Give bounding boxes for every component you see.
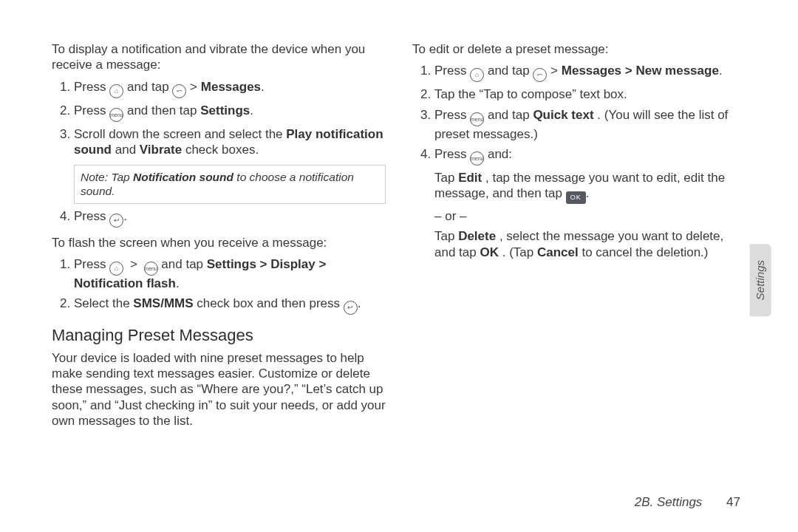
also-icon: ⤺ [533, 68, 547, 82]
home-icon: ⌂ [109, 84, 123, 98]
side-tab-settings: Settings [750, 244, 771, 316]
home-icon: ⌂ [109, 262, 123, 276]
or-separator: – or – [434, 208, 746, 224]
heading-managing-preset: Managing Preset Messages [52, 325, 386, 346]
intro-notification-vibrate: To display a notification and vibrate th… [52, 41, 386, 73]
footer-section-label: 2B. Settings [635, 495, 703, 509]
back-icon: ↩ [344, 301, 358, 315]
menu-icon: menu [144, 262, 158, 276]
menu-icon: menu [470, 151, 484, 166]
ok-button-icon: OK [566, 191, 586, 204]
note-box: Note: Tap Notification sound to choose a… [74, 165, 386, 204]
step-1: Press ⌂ and tap ⤺ > Messages. [74, 79, 386, 98]
rstep-3: Press menu and tap Quick text . (You wil… [434, 107, 746, 142]
page-footer: 2B. Settings 47 [635, 494, 740, 510]
intro-edit-delete-preset: To edit or delete a preset message: [412, 41, 746, 57]
steps-flash-screen: Press ⌂ > menu and tap Settings > Displa… [52, 256, 386, 315]
also-icon: ⤺ [172, 84, 186, 98]
flash-step-1: Press ⌂ > menu and tap Settings > Displa… [74, 256, 386, 291]
intro-flash-screen: To flash the screen when you receive a m… [52, 235, 386, 250]
steps-notification-vibrate-cont: Press ↩. [52, 208, 386, 228]
rstep-4-delete: Tap Delete , select the message you want… [434, 228, 746, 260]
step-3: Scroll down the screen and select the Pl… [74, 126, 386, 158]
menu-icon: menu [470, 112, 484, 126]
menu-icon: menu [109, 108, 123, 122]
step-2: Press menu and then tap Settings. [74, 103, 386, 122]
left-column: To display a notification and vibrate th… [52, 41, 386, 470]
rstep-4-edit: Tap Edit , tap the message you want to e… [434, 170, 746, 204]
two-column-layout: To display a notification and vibrate th… [52, 41, 746, 470]
steps-edit-delete-preset: Press ⌂ and tap ⤺ > Messages > New messa… [412, 63, 746, 260]
step-4: Press ↩. [74, 208, 386, 228]
flash-step-2: Select the SMS/MMS check box and then pr… [74, 296, 386, 315]
steps-notification-vibrate: Press ⌂ and tap ⤺ > Messages. Press menu… [52, 79, 386, 158]
manual-page: To display a notification and vibrate th… [0, 0, 798, 532]
home-icon: ⌂ [470, 68, 484, 82]
preset-body-text: Your device is loaded with nine preset m… [52, 350, 386, 429]
right-column: To edit or delete a preset message: Pres… [412, 41, 746, 470]
rstep-4: Press menu and: Tap Edit , tap the messa… [434, 146, 746, 260]
back-icon: ↩ [109, 214, 123, 228]
rstep-2: Tap the “Tap to compose” text box. [434, 86, 746, 102]
page-number: 47 [726, 495, 740, 509]
rstep-1: Press ⌂ and tap ⤺ > Messages > New messa… [434, 63, 746, 82]
